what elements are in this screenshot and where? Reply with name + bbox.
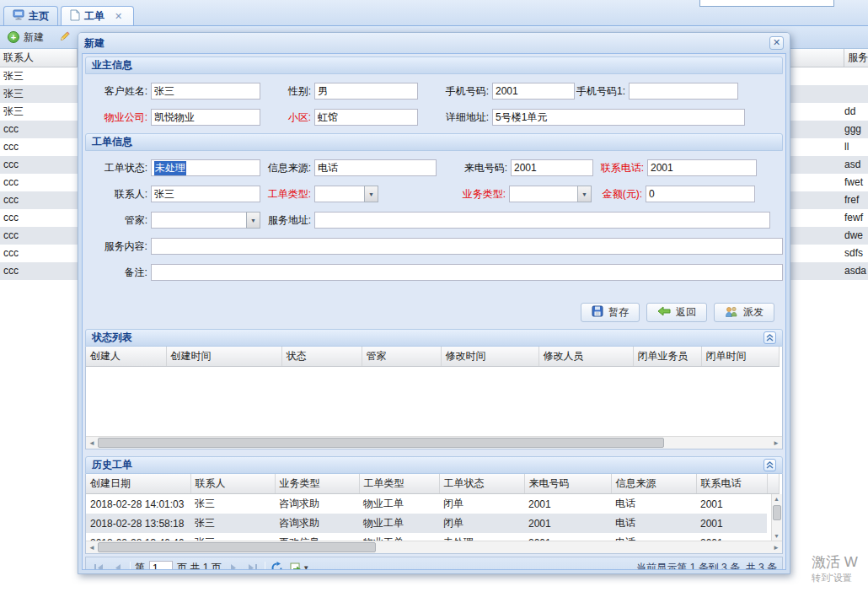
status-col-header[interactable]: 管家 bbox=[362, 347, 441, 367]
scroll-thumb[interactable] bbox=[98, 542, 376, 552]
service-row[interactable] bbox=[789, 85, 868, 103]
scroll-right-icon[interactable]: ► bbox=[773, 543, 780, 552]
history-col-header[interactable]: 工单状态 bbox=[439, 474, 524, 494]
contact-row[interactable]: ccc bbox=[0, 156, 78, 174]
contact-row[interactable]: 张三 bbox=[0, 85, 78, 103]
chevron-down-icon[interactable]: ▼ bbox=[364, 186, 378, 202]
status-col-header[interactable]: 状态 bbox=[281, 347, 362, 367]
service-content-input[interactable] bbox=[151, 238, 783, 255]
close-icon[interactable]: ✕ bbox=[769, 36, 784, 50]
biz-type-combobox[interactable]: ▼ bbox=[509, 186, 592, 202]
contact-row[interactable]: ccc bbox=[0, 174, 78, 191]
chevron-down-icon[interactable]: ▼ bbox=[246, 212, 260, 229]
service-row[interactable]: ll bbox=[789, 138, 868, 156]
contact-phone-input[interactable] bbox=[647, 159, 757, 176]
scroll-left-icon[interactable]: ◄ bbox=[88, 439, 95, 448]
contact-row[interactable]: ccc bbox=[0, 121, 78, 138]
community-input[interactable] bbox=[314, 109, 418, 126]
history-col-header[interactable]: 业务类型 bbox=[275, 474, 359, 494]
contact-row[interactable]: ccc bbox=[0, 138, 78, 156]
service-row[interactable]: dd bbox=[789, 103, 868, 121]
history-col-header[interactable]: 创建日期 bbox=[86, 474, 190, 494]
prev-page-icon[interactable] bbox=[110, 561, 126, 571]
edit-button[interactable] bbox=[56, 29, 73, 46]
dispatch-button[interactable]: 派发 bbox=[714, 303, 774, 322]
collapse-icon[interactable] bbox=[764, 331, 776, 344]
history-col-header[interactable]: 来电号码 bbox=[524, 474, 611, 494]
scroll-left-icon[interactable]: ◄ bbox=[88, 543, 95, 552]
status-col-header[interactable]: 闭单时间 bbox=[701, 347, 779, 367]
scroll-thumb[interactable] bbox=[98, 438, 664, 448]
contacts-column-header[interactable]: 联系人 bbox=[0, 49, 78, 67]
history-row[interactable]: 2018-02-28 13:46:46张三 更改信息物业工单 未处理2001 电… bbox=[86, 533, 767, 541]
steward-combobox[interactable]: ▼ bbox=[151, 212, 260, 229]
contact-input[interactable] bbox=[151, 186, 260, 202]
last-page-icon[interactable] bbox=[245, 561, 260, 571]
page-number-input[interactable] bbox=[149, 561, 173, 570]
tab-workorder-label: 工单 bbox=[84, 9, 104, 24]
history-col-header[interactable]: 联系电话 bbox=[696, 474, 767, 494]
tab-close-icon[interactable]: ✕ bbox=[112, 11, 125, 21]
contact-row[interactable]: ccc bbox=[0, 262, 78, 280]
service-row[interactable]: sdfs bbox=[789, 245, 868, 262]
address-label: 详细地址: bbox=[418, 110, 492, 125]
scroll-right-icon[interactable]: ► bbox=[773, 439, 780, 448]
caller-number-input[interactable] bbox=[511, 159, 593, 176]
status-col-header[interactable]: 修改时间 bbox=[441, 347, 538, 367]
info-source-input[interactable] bbox=[314, 159, 437, 176]
tab-workorder[interactable]: 工单 ✕ bbox=[61, 6, 134, 25]
status-col-header[interactable]: 闭单业务员 bbox=[633, 347, 701, 367]
gender-input[interactable] bbox=[314, 83, 418, 100]
next-page-icon[interactable] bbox=[226, 561, 241, 571]
contact-row[interactable]: 张三 bbox=[0, 103, 78, 121]
history-vscrollbar[interactable]: ▲ ▼ bbox=[771, 494, 782, 541]
contact-row[interactable]: ccc bbox=[0, 245, 78, 262]
back-button[interactable]: 返回 bbox=[646, 303, 707, 322]
dialog-titlebar[interactable]: 新建 ✕ bbox=[78, 33, 790, 53]
order-type-combobox[interactable]: ▼ bbox=[314, 186, 378, 202]
remark-input[interactable] bbox=[151, 264, 783, 281]
export-icon[interactable]: ▼ bbox=[289, 561, 311, 571]
contact-row[interactable]: ccc bbox=[0, 191, 78, 209]
service-address-input[interactable] bbox=[314, 212, 770, 229]
address-input[interactable] bbox=[492, 109, 745, 126]
contact-row[interactable]: ccc bbox=[0, 209, 78, 227]
chevron-down-icon[interactable]: ▼ bbox=[577, 186, 592, 202]
service-row[interactable] bbox=[789, 67, 868, 85]
service-row[interactable]: fewf bbox=[789, 209, 868, 227]
history-col-header[interactable]: 工单类型 bbox=[359, 474, 439, 494]
first-page-icon[interactable] bbox=[91, 561, 106, 571]
history-hscrollbar[interactable]: ◄ ► bbox=[86, 541, 782, 553]
service-row[interactable]: ggg bbox=[789, 121, 868, 138]
contact-row[interactable]: ccc bbox=[0, 227, 78, 245]
history-row[interactable]: 2018-02-28 14:01:03张三 咨询求助物业工单 闭单2001 电话… bbox=[86, 494, 767, 514]
service-row[interactable]: fref bbox=[789, 191, 868, 209]
collapse-icon[interactable] bbox=[764, 459, 776, 471]
history-col-header[interactable]: 信息来源 bbox=[611, 474, 696, 494]
amount-input[interactable] bbox=[646, 186, 755, 202]
service-row[interactable]: fwet bbox=[789, 174, 868, 191]
scroll-thumb[interactable] bbox=[773, 505, 781, 520]
refresh-icon[interactable] bbox=[270, 561, 285, 571]
order-status-input[interactable]: 未处理 bbox=[151, 159, 260, 176]
status-col-header[interactable]: 创建人 bbox=[86, 347, 166, 367]
tab-home[interactable]: 主页 bbox=[3, 6, 58, 25]
contact-row[interactable]: 张三 bbox=[0, 67, 78, 85]
status-col-header[interactable]: 修改人员 bbox=[538, 347, 633, 367]
customer-name-input[interactable] bbox=[151, 83, 260, 100]
mobile-input[interactable] bbox=[492, 83, 575, 100]
service-row[interactable]: asda bbox=[789, 262, 868, 280]
save-draft-button[interactable]: 暂存 bbox=[581, 303, 640, 322]
service-row[interactable]: dwe bbox=[789, 227, 868, 245]
status-hscrollbar[interactable]: ◄ ► bbox=[86, 436, 782, 449]
service-column-header[interactable]: 服务 bbox=[789, 49, 868, 67]
mobile1-input[interactable] bbox=[629, 83, 738, 100]
history-col-header[interactable]: 联系人 bbox=[190, 474, 275, 494]
property-company-input[interactable] bbox=[151, 109, 260, 126]
history-row[interactable]: 2018-02-28 13:58:18张三 咨询求助物业工单 闭单2001 电话… bbox=[86, 514, 767, 533]
status-col-header[interactable]: 创建时间 bbox=[166, 347, 281, 367]
service-row[interactable]: asd bbox=[789, 156, 868, 174]
scroll-down-icon[interactable]: ▼ bbox=[774, 533, 780, 539]
scroll-up-icon[interactable]: ▲ bbox=[774, 496, 780, 502]
new-button[interactable]: + 新建 bbox=[5, 29, 46, 46]
